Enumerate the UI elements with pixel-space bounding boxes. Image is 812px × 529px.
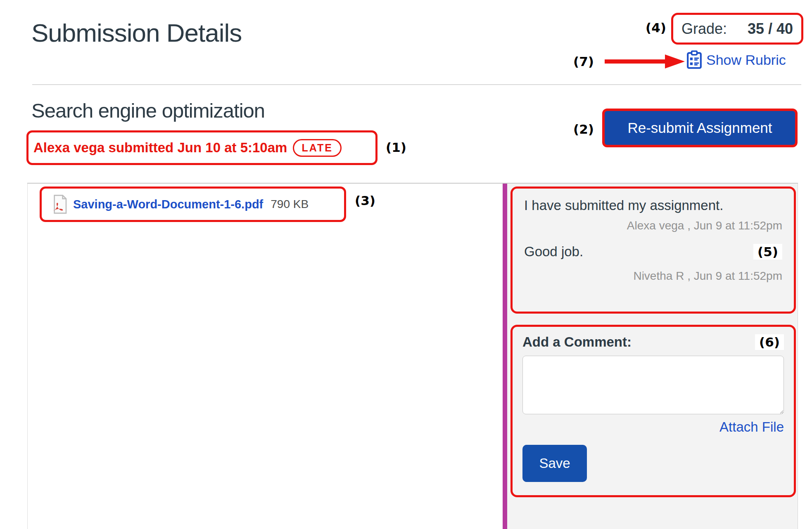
- show-rubric-link[interactable]: Show Rubric: [686, 50, 786, 70]
- comment-text: Good job.: [524, 244, 583, 260]
- panel-divider-bar: [503, 184, 507, 529]
- annotation-1: (1): [386, 140, 406, 154]
- annotation-5: (5): [753, 244, 782, 260]
- page-title: Submission Details: [31, 18, 242, 47]
- pdf-icon: [52, 194, 68, 215]
- header-divider: [32, 84, 801, 85]
- annotation-7: (7): [573, 54, 594, 68]
- annotation-6: (6): [755, 334, 784, 350]
- submission-status-text: Alexa vega submitted Jun 10 at 5:10am: [33, 140, 287, 156]
- comment-author: Nivetha R , Jun 9 at 11:52pm: [524, 269, 782, 283]
- grade-label: Grade:: [681, 20, 727, 38]
- grade-value: 35 / 40: [748, 20, 793, 38]
- annotation-2: (2): [573, 122, 594, 136]
- comments-panel: I have submitted my assignment. Alexa ve…: [507, 184, 798, 529]
- grade-box: Grade: 35 / 40: [671, 13, 803, 45]
- rubric-clipboard-icon: [686, 50, 702, 69]
- comments-list-box: I have submitted my assignment. Alexa ve…: [510, 187, 796, 314]
- comment-textarea[interactable]: [522, 356, 784, 414]
- late-badge: LATE: [293, 139, 341, 157]
- annotation-4: (4): [646, 21, 666, 35]
- annotation-7-arrow: [604, 54, 686, 69]
- assignment-title: Search engine optimization: [31, 99, 265, 122]
- resubmit-assignment-button[interactable]: Re-submit Assignment: [602, 109, 798, 147]
- submission-details-page: Submission Details (4) Grade: 35 / 40 (7…: [0, 0, 812, 529]
- submitted-file-size: 790 KB: [271, 198, 309, 211]
- submitted-file-link[interactable]: Saving-a-Word-Document-1-6.pdf: [73, 198, 263, 211]
- save-comment-button[interactable]: Save: [522, 445, 587, 482]
- submitted-file-row[interactable]: Saving-a-Word-Document-1-6.pdf 790 KB: [40, 187, 346, 222]
- show-rubric-label: Show Rubric: [706, 52, 786, 68]
- submission-status-box: Alexa vega submitted Jun 10 at 5:10am LA…: [26, 130, 378, 165]
- comment-author: Alexa vega , Jun 9 at 11:52pm: [524, 219, 782, 232]
- add-comment-box: Add a Comment: (6) Attach File Save: [510, 325, 796, 497]
- submitted-files-panel: Saving-a-Word-Document-1-6.pdf 790 KB (3…: [27, 184, 503, 529]
- add-comment-heading: Add a Comment:: [522, 334, 632, 350]
- comment-text: I have submitted my assignment.: [524, 198, 782, 213]
- attach-file-link[interactable]: Attach File: [719, 419, 784, 435]
- annotation-3: (3): [355, 194, 375, 208]
